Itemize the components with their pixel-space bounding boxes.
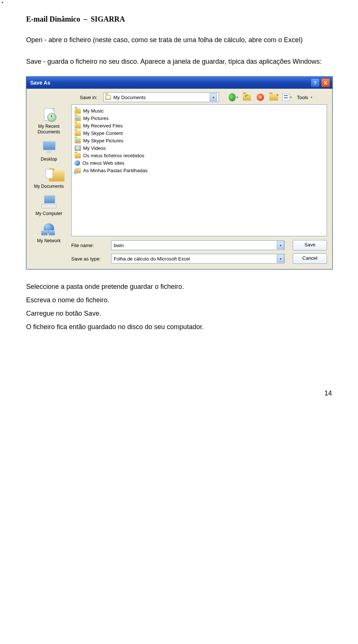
pictures-folder-icon — [75, 116, 81, 121]
page-header: E-mail Dinâmico – SIGARRA — [26, 15, 332, 23]
save-button[interactable]: Save — [293, 240, 327, 250]
sidebar-item-label: My Documents — [34, 184, 64, 189]
up-one-level-icon — [243, 94, 251, 101]
tools-label: Tools — [297, 95, 308, 100]
savetype-dropdown[interactable]: Folha de cálculo do Microsoft Excel ▾ — [111, 254, 285, 263]
list-item[interactable]: My Skype Content — [75, 129, 324, 137]
list-item-label: As Minhas Pastas Partilhadas — [83, 168, 148, 173]
save-as-dialog: Save As ? X Save in: My Documents ▾ ←▾ — [26, 76, 333, 269]
list-item-label: My Pictures — [83, 116, 109, 121]
list-item[interactable]: My Pictures — [75, 114, 324, 122]
instruction-3: Carregue no botão Save. — [26, 307, 332, 320]
list-item[interactable]: Os meus Web sites — [75, 159, 324, 167]
folder-icon — [75, 123, 81, 129]
savetype-value: Folha de cálculo do Microsoft Excel — [114, 256, 277, 262]
list-item[interactable]: My Received Files — [75, 122, 324, 129]
help-button[interactable]: ? — [311, 78, 320, 87]
save-in-label: Save in: — [71, 95, 97, 100]
sidebar-item-recent[interactable]: My Recent Documents — [32, 106, 66, 135]
chevron-down-icon[interactable]: ▾ — [210, 93, 217, 101]
folder-icon — [75, 130, 81, 136]
new-folder-icon — [269, 94, 278, 101]
sidebar-item-desktop[interactable]: Desktop — [32, 139, 66, 162]
dialog-title: Save As — [30, 80, 311, 86]
my-network-icon — [41, 222, 57, 236]
page-number: 14 — [26, 389, 332, 397]
sidebar-item-mydocuments[interactable]: My Documents — [32, 166, 66, 189]
desktop-icon — [41, 141, 56, 154]
instruction-1: Seleccione a pasta onde pretende guardar… — [26, 280, 332, 293]
sidebar-item-label: Desktop — [41, 157, 57, 162]
chevron-down-icon[interactable]: ▾ — [277, 241, 284, 249]
chevron-down-icon[interactable]: ▾ — [277, 255, 284, 263]
header-title: E-mail Dinâmico — [26, 15, 80, 23]
dialog-toolbar: Save in: My Documents ▾ ←▾ ✕ — [26, 89, 332, 104]
list-item-label: Os meus Web sites — [82, 160, 124, 166]
cancel-button[interactable]: Cancel — [293, 253, 327, 264]
list-item-label: My Skype Pictures — [83, 138, 123, 143]
nav-delete-button[interactable]: ✕ — [255, 93, 265, 102]
nav-views-button[interactable]: ▾ — [282, 93, 292, 102]
dialog-titlebar[interactable]: Save As ? X — [26, 77, 332, 89]
list-item[interactable]: Os meus ficheiros recebidos — [75, 152, 324, 159]
nav-new-folder-button[interactable] — [269, 93, 279, 102]
recent-documents-icon — [41, 107, 56, 122]
intro-paragraph-1: Open - abre o ficheiro (neste caso, como… — [26, 33, 332, 47]
chevron-down-icon: ▾ — [236, 95, 238, 99]
shared-folder-icon — [75, 168, 81, 173]
my-documents-icon — [41, 167, 57, 181]
delete-icon: ✕ — [257, 94, 264, 101]
instruction-2: Escreva o nome do ficheiro. — [26, 293, 332, 307]
sidebar-item-label: My Recent Documents — [32, 124, 66, 135]
list-item[interactable]: My Skype Pictures — [75, 137, 324, 144]
folder-icon — [105, 95, 111, 100]
file-list[interactable]: My Music My Pictures My Received Files M… — [71, 104, 327, 236]
list-item[interactable]: My Music — [75, 107, 324, 114]
header-separator: – — [84, 15, 87, 23]
header-system: SIGARRA — [91, 15, 125, 23]
list-item[interactable]: My Videos — [75, 144, 324, 152]
video-folder-icon — [75, 145, 81, 151]
instruction-4: O ficheiro fica então guardado no disco … — [26, 320, 332, 334]
close-button[interactable]: X — [321, 78, 330, 87]
chevron-down-icon: ▾ — [311, 95, 313, 99]
sidebar-item-label: My Network — [37, 238, 60, 244]
folder-icon — [75, 153, 81, 158]
nav-up-button[interactable] — [242, 93, 252, 102]
savetype-label: Save as type: — [71, 256, 107, 262]
list-item-label: My Music — [83, 108, 104, 114]
list-item-label: Os meus ficheiros recebidos — [83, 153, 144, 158]
chevron-down-icon: ▾ — [290, 95, 292, 99]
music-folder-icon — [75, 108, 81, 114]
my-computer-icon — [41, 195, 57, 208]
dialog-sidebar: My Recent Documents Desktop My Documents… — [26, 104, 71, 269]
views-icon — [282, 94, 289, 101]
pictures-folder-icon — [75, 138, 81, 143]
save-in-dropdown[interactable]: My Documents ▾ — [103, 92, 219, 102]
list-item-label: My Videos — [83, 145, 106, 151]
back-arrow-icon: ← — [229, 93, 236, 101]
web-icon — [75, 160, 80, 166]
filename-value: bwin — [114, 243, 277, 248]
filename-input[interactable]: bwin ▾ — [111, 240, 285, 250]
list-item-label: My Received Files — [83, 123, 123, 129]
list-item[interactable]: As Minhas Pastas Partilhadas — [75, 167, 324, 174]
nav-tools-button[interactable]: Tools▾ — [296, 93, 314, 102]
sidebar-item-mycomputer[interactable]: My Computer — [32, 193, 66, 217]
nav-back-button[interactable]: ←▾ — [229, 93, 238, 102]
sidebar-item-mynetwork[interactable]: My Network — [32, 220, 66, 244]
list-item-label: My Skype Content — [83, 130, 123, 136]
sidebar-item-label: My Computer — [35, 211, 62, 217]
filename-label: File name: — [71, 243, 107, 248]
intro-paragraph-2: Save - guarda o ficheiro no seu disco. A… — [26, 55, 332, 68]
save-in-value: My Documents — [113, 95, 207, 100]
